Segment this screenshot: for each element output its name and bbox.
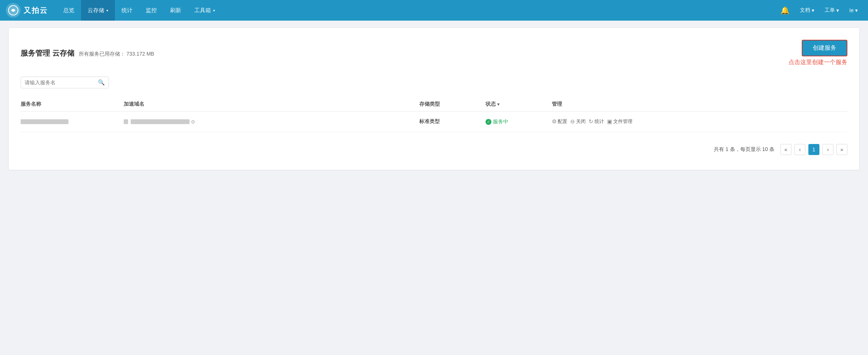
stats-icon: ↻ xyxy=(589,118,593,125)
file-manage-action[interactable]: ▣ 文件管理 xyxy=(607,118,632,125)
service-name-link[interactable] xyxy=(21,119,124,124)
domain-expand-icon[interactable]: ⊙ xyxy=(191,119,195,124)
bell-icon: 🔔 xyxy=(780,6,790,15)
table-row: ⊙ 标准类型 ✓ 服务中 ⚙ 配置 xyxy=(21,112,847,132)
col-domain: 加速域名 xyxy=(124,101,419,108)
config-icon: ⚙ xyxy=(552,118,557,125)
domain-prefix-blurred xyxy=(124,119,128,124)
col-manage: 管理 xyxy=(552,101,847,108)
search-input[interactable] xyxy=(25,80,98,85)
pagination-info: 共有 1 条，每页显示 10 条 xyxy=(714,146,775,153)
service-name-blurred xyxy=(21,119,68,124)
main-background: 服务管理 云存储 所有服务已用存储： 733.172 MB 创建服务 点击这里创… xyxy=(0,21,868,184)
create-area: 创建服务 点击这里创建一个服务 xyxy=(788,40,847,66)
col-service-name: 服务名称 xyxy=(21,101,124,108)
status-dot-icon: ✓ xyxy=(486,119,491,125)
file-manage-icon: ▣ xyxy=(607,118,612,125)
chevron-down-icon-2: ▾ xyxy=(213,8,215,13)
col-status[interactable]: 状态 ▾ xyxy=(486,101,552,108)
chevron-down-icon-status: ▾ xyxy=(497,102,500,107)
close-icon: ⊖ xyxy=(570,118,575,125)
header-right: 🔔 文档 ▾ 工单 ▾ Ie ▾ xyxy=(776,0,868,21)
page-title-area: 服务管理 云存储 所有服务已用存储： 733.172 MB xyxy=(21,48,154,58)
notification-bell[interactable]: 🔔 xyxy=(776,0,794,21)
last-page-btn[interactable]: » xyxy=(836,144,847,155)
main-nav: 总览 云存储 ▾ 统计 监控 刷新 工具箱 ▾ xyxy=(57,0,776,21)
services-table: 服务名称 加速域名 存储类型 状态 ▾ 管理 xyxy=(21,97,847,132)
col-storage-type: 存储类型 xyxy=(419,101,486,108)
actions-cell: ⚙ 配置 ⊖ 关闭 ↻ 统计 ▣ 文件管理 xyxy=(552,118,847,125)
close-action[interactable]: ⊖ 关闭 xyxy=(570,118,586,125)
nav-item-refresh[interactable]: 刷新 xyxy=(163,0,188,21)
create-hint: 点击这里创建一个服务 xyxy=(788,59,847,66)
status-badge: ✓ 服务中 xyxy=(486,119,508,125)
prev-page-btn[interactable]: ‹ xyxy=(794,144,805,155)
stats-action[interactable]: ↻ 统计 xyxy=(589,118,604,125)
user-menu[interactable]: Ie ▾ xyxy=(845,0,862,21)
nav-item-overview[interactable]: 总览 xyxy=(57,0,81,21)
chevron-down-icon: ▾ xyxy=(106,8,108,13)
service-name-cell xyxy=(21,119,124,124)
search-box: 🔍 xyxy=(21,77,109,88)
chevron-down-icon-5: ▾ xyxy=(855,7,858,13)
search-area: 🔍 xyxy=(21,77,847,88)
domain-cell: ⊙ xyxy=(124,119,419,124)
chevron-down-icon-3: ▾ xyxy=(812,7,814,13)
logo[interactable]: 又拍云 xyxy=(6,3,48,18)
nav-item-monitor[interactable]: 监控 xyxy=(139,0,163,21)
page-header: 服务管理 云存储 所有服务已用存储： 733.172 MB 创建服务 点击这里创… xyxy=(21,40,847,66)
content-card: 服务管理 云存储 所有服务已用存储： 733.172 MB 创建服务 点击这里创… xyxy=(9,28,859,170)
logo-icon xyxy=(6,3,21,18)
ticket-menu[interactable]: 工单 ▾ xyxy=(820,0,843,21)
logo-text: 又拍云 xyxy=(24,6,48,15)
docs-menu[interactable]: 文档 ▾ xyxy=(795,0,819,21)
current-page-btn[interactable]: 1 xyxy=(808,144,819,155)
chevron-down-icon-4: ▾ xyxy=(836,7,839,13)
pagination: 共有 1 条，每页显示 10 条 « ‹ 1 › » xyxy=(21,144,847,155)
table-header: 服务名称 加速域名 存储类型 状态 ▾ 管理 xyxy=(21,97,847,112)
nav-item-cloud-storage[interactable]: 云存储 ▾ xyxy=(81,0,115,21)
page-title: 服务管理 云存储 xyxy=(21,48,74,58)
nav-item-toolbox[interactable]: 工具箱 ▾ xyxy=(188,0,222,21)
svg-point-1 xyxy=(12,9,14,11)
search-icon[interactable]: 🔍 xyxy=(98,79,105,86)
storage-type-cell: 标准类型 xyxy=(419,118,486,125)
next-page-btn[interactable]: › xyxy=(822,144,833,155)
nav-item-stats[interactable]: 统计 xyxy=(115,0,139,21)
header: 又拍云 总览 云存储 ▾ 统计 监控 刷新 工具箱 ▾ 🔔 文档 ▾ xyxy=(0,0,868,21)
status-cell: ✓ 服务中 xyxy=(486,118,552,125)
first-page-btn[interactable]: « xyxy=(780,144,791,155)
create-service-button[interactable]: 创建服务 xyxy=(802,40,847,56)
domain-text-blurred xyxy=(131,119,190,124)
storage-info: 所有服务已用存储： 733.172 MB xyxy=(79,51,154,57)
config-action[interactable]: ⚙ 配置 xyxy=(552,118,567,125)
